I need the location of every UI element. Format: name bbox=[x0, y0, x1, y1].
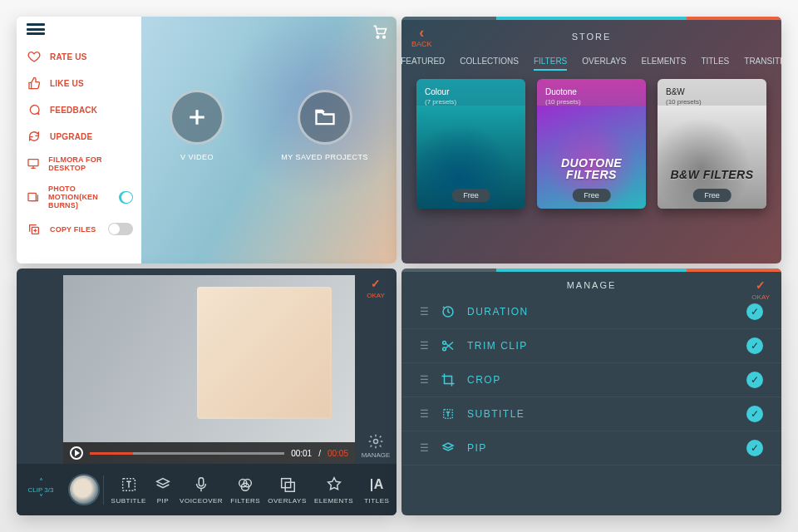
seek-track[interactable] bbox=[90, 452, 284, 455]
heart-icon bbox=[27, 49, 42, 64]
manage-row-trim[interactable]: ☰ TRIM CLIP ✓ bbox=[401, 329, 781, 363]
drag-handle-icon[interactable]: ☰ bbox=[420, 442, 429, 454]
drag-handle-icon[interactable]: ☰ bbox=[420, 306, 429, 318]
menu-upgrade[interactable]: UPGRADE bbox=[27, 123, 133, 150]
store-screen: ‹BACK STORE FEATURED COLLECTIONS FILTERS… bbox=[401, 17, 781, 264]
time-sep: / bbox=[318, 449, 321, 458]
svg-rect-1 bbox=[28, 194, 36, 201]
pack-colour[interactable]: Colour(7 presets) Free bbox=[416, 79, 525, 209]
menu-photo-motion[interactable]: PHOTO MOTION(KEN BURNS) bbox=[27, 179, 133, 216]
row-label: TRIM CLIP bbox=[467, 340, 528, 352]
action-label: V VIDEO bbox=[180, 153, 214, 161]
tool-filters[interactable]: FILTERS bbox=[230, 475, 260, 505]
store-title: STORE bbox=[401, 32, 781, 42]
editor-toolbar: ˄ CLIP 3/3 ˅ SUBTITLE PIP VOICEOVER FILT… bbox=[17, 464, 397, 515]
play-button[interactable] bbox=[70, 446, 83, 460]
pip-icon bbox=[154, 475, 172, 494]
tab-featured[interactable]: FEATURED bbox=[401, 57, 445, 71]
check-icon: ✓ bbox=[371, 277, 381, 290]
tool-overlays[interactable]: OVERLAYS bbox=[268, 475, 307, 505]
copy-icon bbox=[27, 222, 42, 237]
menu-like-us[interactable]: LIKE US bbox=[27, 70, 133, 96]
drag-handle-icon[interactable]: ☰ bbox=[420, 408, 429, 420]
side-menu: RATE US LIKE US FEEDBACK UPGRADE FILMORA… bbox=[17, 17, 141, 264]
tool-label: TITLES bbox=[364, 497, 389, 505]
menu-desktop[interactable]: FILMORA FOR DESKTOP bbox=[27, 150, 133, 179]
pack-name: Duotone bbox=[545, 87, 577, 96]
menu-label: FEEDBACK bbox=[50, 106, 97, 115]
row-check[interactable]: ✓ bbox=[746, 440, 763, 456]
manage-row-subtitle[interactable]: ☰ SUBTITLE ✓ bbox=[401, 397, 781, 431]
pack-presets: (10 presets) bbox=[666, 98, 702, 106]
new-video-button[interactable]: V VIDEO bbox=[170, 90, 224, 161]
subtitle-icon bbox=[120, 475, 138, 494]
tab-overlays[interactable]: OVERLAYS bbox=[582, 57, 626, 71]
row-check[interactable]: ✓ bbox=[746, 337, 763, 354]
row-check[interactable]: ✓ bbox=[746, 406, 763, 422]
thumbs-up-icon bbox=[27, 76, 42, 91]
check-icon: ✓ bbox=[756, 278, 766, 292]
row-check[interactable]: ✓ bbox=[746, 303, 763, 320]
drag-handle-icon[interactable]: ☰ bbox=[420, 340, 429, 352]
tool-label: PIP bbox=[157, 497, 169, 505]
tab-elements[interactable]: ELEMENTS bbox=[641, 57, 686, 71]
chevron-up-icon: ˄ bbox=[39, 479, 43, 485]
chevron-down-icon: ˅ bbox=[39, 495, 43, 501]
tab-titles[interactable]: TITLES bbox=[701, 57, 729, 71]
tool-pip[interactable]: PIP bbox=[154, 475, 172, 505]
tool-titles[interactable]: |ATITLES bbox=[364, 475, 389, 505]
row-check[interactable]: ✓ bbox=[746, 372, 763, 388]
back-label: BACK bbox=[411, 41, 432, 48]
okay-label: OKAY bbox=[751, 293, 770, 301]
okay-button[interactable]: ✓OKAY bbox=[751, 278, 770, 301]
manage-button[interactable]: MANAGE bbox=[362, 433, 391, 459]
clip-thumbnail[interactable] bbox=[68, 474, 100, 505]
tool-label: FILTERS bbox=[230, 497, 260, 505]
tab-collections[interactable]: COLLECTIONS bbox=[460, 57, 519, 71]
photo-motion-icon bbox=[27, 190, 40, 204]
manage-label: MANAGE bbox=[362, 451, 391, 459]
pack-duotone[interactable]: Duotone(10 presets) DUOTONE FILTERS Free bbox=[537, 79, 646, 209]
speech-icon bbox=[27, 102, 42, 117]
price-badge: Free bbox=[572, 189, 611, 202]
svg-point-4 bbox=[383, 36, 386, 37]
clip-selector[interactable]: ˄ CLIP 3/3 ˅ bbox=[17, 479, 65, 501]
tool-subtitle[interactable]: SUBTITLE bbox=[111, 475, 146, 505]
menu-copy-files[interactable]: COPY FILES bbox=[27, 216, 133, 243]
pack-big-title: DUOTONE FILTERS bbox=[537, 157, 646, 180]
row-label: SUBTITLE bbox=[467, 408, 525, 420]
pack-bw[interactable]: B&W(10 presets) B&W FILTERS Free bbox=[658, 79, 766, 209]
home-stage: V VIDEO MY SAVED PROJECTS bbox=[141, 17, 397, 264]
drag-handle-icon[interactable]: ☰ bbox=[420, 374, 429, 386]
tab-transitions[interactable]: TRANSITI bbox=[744, 57, 781, 71]
video-preview[interactable]: 00:01/00:05 bbox=[63, 275, 355, 464]
tab-filters[interactable]: FILTERS bbox=[534, 57, 567, 71]
manage-row-pip[interactable]: ☰ PIP ✓ bbox=[401, 431, 781, 466]
hamburger-icon[interactable] bbox=[27, 23, 45, 35]
manage-row-crop[interactable]: ☰ CROP ✓ bbox=[401, 363, 781, 397]
folder-icon bbox=[298, 90, 352, 145]
pack-presets: (10 presets) bbox=[545, 98, 581, 106]
manage-row-duration[interactable]: ☰ DURATION ✓ bbox=[401, 295, 781, 329]
menu-rate-us[interactable]: RATE US bbox=[27, 43, 133, 70]
filters-icon bbox=[236, 475, 254, 494]
menu-feedback[interactable]: FEEDBACK bbox=[27, 96, 133, 123]
mic-icon bbox=[192, 475, 210, 494]
video-subject bbox=[197, 287, 331, 419]
store-tabs: FEATURED COLLECTIONS FILTERS OVERLAYS EL… bbox=[401, 50, 781, 79]
toggle-off[interactable] bbox=[108, 223, 133, 235]
editor-screen: 00:01/00:05 ✓OKAY MANAGE ˄ CLIP 3/3 ˅ SU… bbox=[17, 268, 397, 515]
row-label: DURATION bbox=[467, 306, 529, 318]
tool-voiceover[interactable]: VOICEOVER bbox=[180, 475, 223, 505]
crop-icon bbox=[441, 372, 456, 387]
tool-label: SUBTITLE bbox=[111, 497, 146, 505]
titles-icon: |A bbox=[367, 475, 386, 494]
toggle-on[interactable] bbox=[119, 191, 133, 204]
saved-projects-button[interactable]: MY SAVED PROJECTS bbox=[281, 90, 368, 161]
menu-label: LIKE US bbox=[50, 79, 84, 88]
cart-icon[interactable] bbox=[372, 23, 388, 40]
svg-point-3 bbox=[377, 36, 379, 37]
okay-button[interactable]: ✓OKAY bbox=[367, 277, 385, 299]
tool-elements[interactable]: ELEMENTS bbox=[314, 475, 353, 505]
refresh-icon bbox=[27, 129, 42, 144]
